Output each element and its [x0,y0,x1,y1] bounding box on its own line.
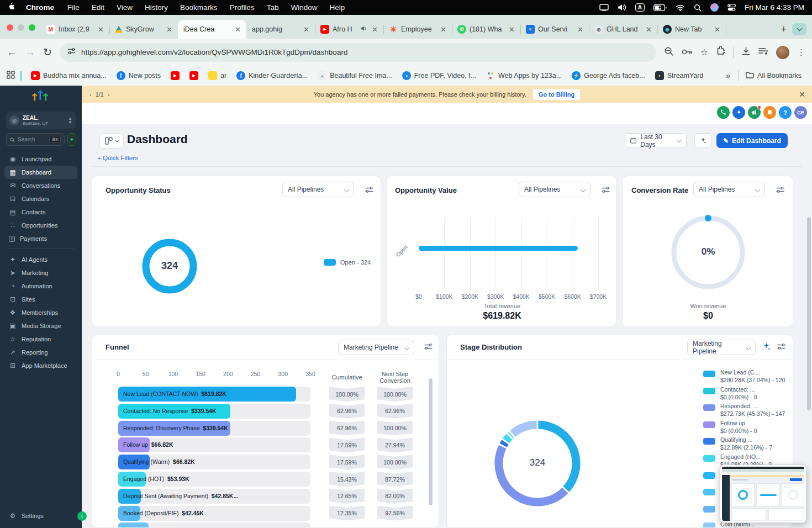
sidebar-item-conversations[interactable]: ✉Conversations [4,179,77,192]
open-value-bar[interactable] [419,246,578,251]
tab-close-icon[interactable]: ✕ [713,25,721,34]
sidebar-collapse-button[interactable]: ‹ [77,511,87,521]
media-controls-icon[interactable] [758,47,768,57]
sidebar-search-input[interactable]: Search ⌘K [6,133,65,146]
bookmark-item-5[interactable]: ar [204,70,230,82]
browser-tab-1[interactable]: MInbox (2,9✕ [41,20,109,39]
minimize-window-button[interactable] [18,24,24,31]
tab-close-icon[interactable]: ✕ [97,25,105,34]
back-button[interactable]: ← [7,46,17,59]
card-settings-sliders-icon[interactable] [365,186,373,196]
input-source-icon[interactable]: A [635,3,645,12]
tab-close-icon[interactable]: ✕ [645,25,653,34]
profile-avatar[interactable] [776,46,789,59]
menu-profiles[interactable]: Profiles [230,3,255,12]
close-window-button[interactable] [7,24,13,31]
banner-prev-icon[interactable]: ‹ [89,91,92,98]
funnel-bar[interactable] [118,522,149,528]
sidebar-item-launchpad[interactable]: ◉Launchpad [4,152,77,166]
conversion-rate-pipeline-select[interactable]: All Pipelines [693,182,765,197]
menu-tab[interactable]: Tab [267,3,279,12]
browser-tab-5[interactable]: ▶Afro H✕ [315,20,383,39]
tab-close-icon[interactable]: ✕ [165,25,173,34]
spotlight-icon[interactable] [694,4,702,12]
sidebar-item-ai-agents[interactable]: ✦AI Agents [4,253,77,266]
funnel-scrollbar[interactable] [429,378,433,505]
card-settings-sliders-icon[interactable] [602,186,610,196]
address-bar[interactable]: https://app.gohighlevel.com/v2/location/… [60,43,656,62]
menu-chrome[interactable]: Chrome [26,3,54,12]
browser-tab-4[interactable]: app.gohig✕ [246,20,315,39]
pin-button[interactable] [694,133,712,148]
card-settings-sliders-icon[interactable] [776,186,784,196]
sidebar-item-memberships[interactable]: ❖Memberships [4,306,77,319]
new-tab-button[interactable]: + [775,24,792,39]
forward-button[interactable]: → [25,46,35,59]
announcements-button[interactable] [748,106,761,119]
tab-close-icon[interactable]: ✕ [371,25,379,34]
dashboard-menu-icon[interactable]: ⋮ [782,135,790,145]
tab-close-icon[interactable]: ✕ [302,25,310,34]
tab-close-icon[interactable]: ✕ [576,25,584,34]
siri-icon[interactable] [710,3,719,12]
apps-grid-icon[interactable] [7,71,15,81]
banner-next-icon[interactable]: › [108,91,110,98]
tab-audio-icon[interactable] [361,25,367,33]
wifi-icon[interactable] [676,4,685,11]
sidebar-item-calendars[interactable]: ⊟Calendars [4,192,77,205]
stage-legend-item[interactable]: New Lead (C... $280.28K (37.04%) - 120 [703,368,785,384]
all-bookmarks-button[interactable]: All Bookmarks [742,70,805,82]
bookmark-item-6[interactable]: fKinder-Guardería... [233,70,312,82]
funnel-pipeline-select[interactable]: Marketing Pipeline [338,340,414,355]
sidebar-item-dashboard[interactable]: ▦Dashboard [4,166,77,179]
screen-share-preview[interactable] [720,464,806,523]
bookmark-item-9[interactable]: Web Apps by 123a... [482,70,566,82]
site-settings-icon[interactable] [67,47,76,57]
sidebar-item-settings[interactable]: ⚙ Settings [4,509,77,522]
opportunity-status-pipeline-select[interactable]: All Pipelines [282,182,354,197]
card-settings-sliders-icon[interactable] [424,342,433,353]
browser-tab-3[interactable]: iDea Crea✕ [178,20,246,39]
bookmark-star-icon[interactable]: ☆ [700,47,708,57]
opportunity-value-pipeline-select[interactable]: All Pipelines [519,182,590,197]
downloads-icon[interactable] [741,46,751,58]
bookmark-item-3[interactable]: ▶ [167,70,183,82]
quick-filters-link[interactable]: + Quick Filters [97,155,138,161]
notifications-bell-button[interactable] [763,106,776,119]
zoom-window-button[interactable] [29,24,35,31]
location-switcher[interactable]: ◎ ZEAL. Bluffdale, UT ▲▼ [6,112,76,129]
menu-view[interactable]: View [117,3,133,12]
browser-tab-8[interactable]: ≡Our Servi✕ [520,20,589,39]
bookmark-item-7[interactable]: ▲Beautiful Free Ima... [314,70,396,82]
stage-legend-item[interactable]: Responded: ... $272.73K (45.37%) - 147 [703,402,785,418]
sidebar-item-reporting[interactable]: ↗Reporting [4,346,77,359]
menu-edit[interactable]: Edit [92,3,104,12]
phone-button[interactable] [717,106,730,119]
bookmark-item-4[interactable]: ▶ [186,70,202,82]
card-settings-sliders-icon[interactable] [777,342,785,353]
stage-legend-item[interactable]: Contacted: ... $0 (0.00%) - 0 [703,386,757,401]
chrome-menu-icon[interactable]: ⋮ [797,47,805,57]
dashboard-switcher-button[interactable] [99,133,124,149]
ai-assistant-button[interactable]: ✦ [67,133,76,146]
legend-item[interactable]: Open - 324 [324,259,371,266]
screen-mirroring-icon[interactable] [599,4,609,11]
bookmark-item-1[interactable]: ▶Buddha mix annua... [27,70,110,82]
volume-icon[interactable] [618,4,626,11]
browser-tab-6[interactable]: ✳Employee✕ [383,20,452,39]
browser-tab-10[interactable]: ◉New Tab✕ [657,20,726,39]
bookmarks-overflow-icon[interactable]: » [721,71,735,80]
menu-history[interactable]: History [145,3,168,12]
password-key-icon[interactable] [682,47,693,57]
stage-legend-item[interactable]: Follow up $0 (0.00%) - 0 [703,419,757,435]
user-avatar-badge[interactable]: GE [794,106,807,119]
go-to-billing-button[interactable]: Go to Billing [533,89,580,100]
sidebar-item-payments[interactable]: $Payments [4,232,77,245]
bookmark-item-10[interactable]: ⚡George Ads faceb... [568,70,649,82]
banner-close-icon[interactable]: ✕ [799,90,805,99]
page-scrollbar[interactable] [807,217,811,410]
sidebar-item-sites[interactable]: ⊡Sites [4,293,77,306]
sidebar-item-media-storage[interactable]: ▣Media Storage [4,319,77,332]
sidebar-item-app-marketplace[interactable]: ⊞App Marketplace [4,359,77,372]
quick-actions-button[interactable]: ✦ [732,106,745,119]
